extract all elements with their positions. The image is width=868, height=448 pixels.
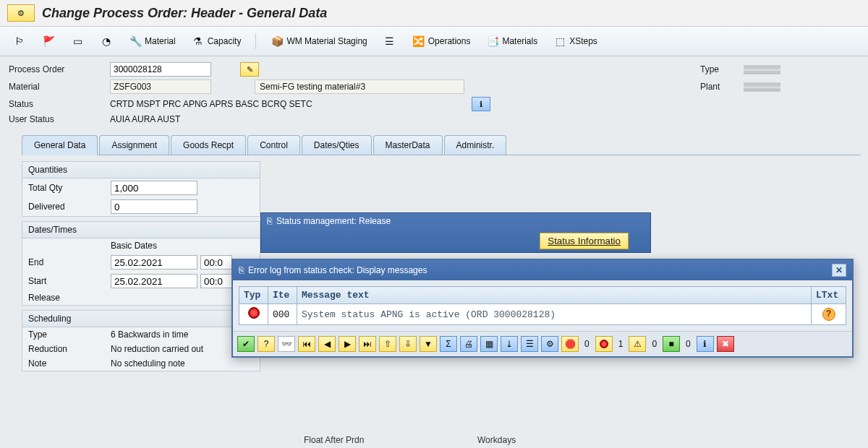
end-label: End [28, 257, 108, 267]
error-count-icon[interactable] [595, 336, 613, 352]
material-desc: Semi-FG testing material#3 [255, 79, 464, 94]
delivered-input[interactable] [111, 199, 197, 214]
last-button[interactable]: ⏭ [359, 336, 376, 352]
tab-administr[interactable]: Administr. [444, 135, 507, 155]
delivered-label: Delivered [28, 202, 108, 212]
info-button[interactable]: ℹ [697, 336, 714, 352]
flag-green-icon[interactable]: 🏳 [9, 33, 30, 50]
release-label: Release [28, 293, 108, 303]
workdays-label: Workdays [477, 435, 637, 445]
process-order-input[interactable] [110, 62, 211, 77]
plant-redacted: ▒▒▒▒▒▒ [744, 82, 859, 92]
xsteps-label: XSteps [569, 36, 597, 46]
header-fields: Process Order ✎ Type ▒▒▒▒▒▒ Material ZSF… [0, 56, 868, 127]
dates-group: Dates/Times Basic Dates End Start Releas… [22, 221, 260, 306]
row-message: System status APNG is active (ORD 300002… [297, 304, 812, 325]
note-value: No scheduling note [111, 358, 185, 369]
table-row[interactable]: 000 System status APNG is active (ORD 30… [239, 304, 846, 325]
layout-button[interactable]: ▦ [480, 336, 498, 352]
status-information-button[interactable]: Status Informatio [540, 233, 629, 249]
error-count: 1 [616, 339, 626, 349]
next-button[interactable]: ▶ [339, 336, 356, 352]
glasses-icon[interactable]: 👓 [278, 336, 295, 352]
materials-label: Materials [502, 36, 537, 46]
start-time-input[interactable] [200, 274, 232, 288]
total-qty-label: Total Qty [28, 183, 108, 193]
material-label: Material [145, 36, 176, 46]
tab-control[interactable]: Control [247, 135, 300, 155]
user-status-value: AUIA AURA AUST [110, 114, 472, 124]
status-value: CRTD MSPT PRC APNG APRS BASC BCRQ SETC [110, 99, 472, 109]
app-icon: ⚙ [7, 4, 35, 22]
filter-button[interactable]: ▼ [420, 336, 437, 352]
quantities-group: Quantities Total Qty Delivered [22, 161, 260, 217]
tab-dates-qties[interactable]: Dates/Qties [302, 135, 372, 155]
page-title: Change Process Order: Header - General D… [42, 6, 327, 21]
end-date-input[interactable] [111, 255, 197, 270]
flag-red-icon[interactable]: 🚩 [38, 33, 59, 50]
row-item: 000 [268, 304, 297, 325]
process-order-label: Process Order [9, 64, 110, 74]
first-button[interactable]: ⏮ [298, 336, 315, 352]
document-icon[interactable]: ▭ [67, 33, 88, 50]
help-button[interactable]: ? [258, 336, 275, 352]
materials-button[interactable]: 📑Materials [482, 33, 542, 50]
dialog-titlebar: ⎘Error log from status check: Display me… [233, 260, 852, 280]
cancel-button[interactable]: ✖ [717, 336, 734, 352]
export-button[interactable]: ⤓ [501, 336, 518, 352]
col-message[interactable]: Message text [297, 287, 812, 304]
plant-label: Plant [700, 82, 744, 92]
stop-count: 0 [582, 339, 592, 349]
start-date-input[interactable] [111, 274, 197, 288]
title-bar: ⚙ Change Process Order: Header - General… [0, 0, 868, 27]
success-count-icon[interactable]: ■ [663, 336, 680, 352]
change-layout-button[interactable]: ⚙ [541, 336, 558, 352]
reduction-value: No reduction carried out [111, 344, 203, 354]
capacity-button[interactable]: ⚗Capacity [187, 33, 246, 50]
main-toolbar: 🏳 🚩 ▭ ◔ 🔧Material ⚗Capacity 📦WM Material… [0, 27, 868, 56]
sum-button[interactable]: Σ [440, 336, 457, 352]
warning-count-icon[interactable]: ⚠ [629, 336, 646, 352]
status-info-icon[interactable]: ℹ [472, 97, 490, 111]
col-typ[interactable]: Typ [239, 287, 268, 304]
tab-general-data[interactable]: General Data [22, 135, 98, 155]
prev-button[interactable]: ◀ [318, 336, 336, 352]
sort-asc-button[interactable]: ⇧ [379, 336, 396, 352]
edit-icon[interactable]: ✎ [240, 62, 259, 77]
ok-button[interactable]: ✔ [237, 336, 255, 352]
tab-assignment[interactable]: Assignment [99, 135, 169, 155]
float-after-label: Float After Prdn [304, 435, 477, 445]
tab-masterdata[interactable]: MasterData [373, 135, 443, 155]
tab-goods-recpt[interactable]: Goods Recpt [171, 135, 246, 155]
export-icon: ⎘ [267, 216, 272, 226]
xsteps-button[interactable]: ⬚XSteps [549, 33, 602, 50]
total-qty-input[interactable] [111, 181, 197, 195]
operations-button[interactable]: 🔀Operations [408, 33, 475, 50]
stop-count-icon[interactable]: 🛑 [561, 336, 579, 352]
reduction-label: Reduction [28, 344, 108, 354]
type-label: Type [700, 64, 744, 74]
col-ltxt[interactable]: LTxt [812, 287, 846, 304]
material-value: ZSFG003 [110, 79, 211, 94]
end-time-input[interactable] [200, 255, 232, 270]
piechart-icon[interactable]: ◔ [95, 33, 117, 50]
separator [255, 33, 256, 49]
material-label: Material [9, 82, 110, 92]
col-item[interactable]: Ite [268, 287, 297, 304]
sort-desc-button[interactable]: ⇩ [399, 336, 417, 352]
status-mgmt-title: Status management: Release [276, 216, 391, 226]
status-mgmt-bar: ⎘Status management: Release Status Infor… [260, 212, 651, 253]
material-button[interactable]: 🔧Material [124, 33, 180, 50]
longtext-icon[interactable]: ? [822, 308, 835, 321]
dialog-close-button[interactable]: ✕ [832, 264, 846, 277]
type-redacted: ▒▒▒▒▒▒ [744, 64, 859, 74]
note-label: Note [28, 358, 108, 369]
success-count: 0 [683, 339, 694, 349]
footer-fields: Float After Prdn Workdays [304, 432, 854, 445]
dialog-icon: ⎘ [239, 265, 244, 275]
choose-layout-button[interactable]: ☰ [521, 336, 538, 352]
print-button[interactable]: 🖨 [460, 336, 477, 352]
wm-staging-button[interactable]: 📦WM Material Staging [266, 33, 371, 50]
error-table: Typ Ite Message text LTxt 000 System sta… [239, 286, 846, 325]
extra-icon-1[interactable]: ☰ [379, 33, 401, 50]
